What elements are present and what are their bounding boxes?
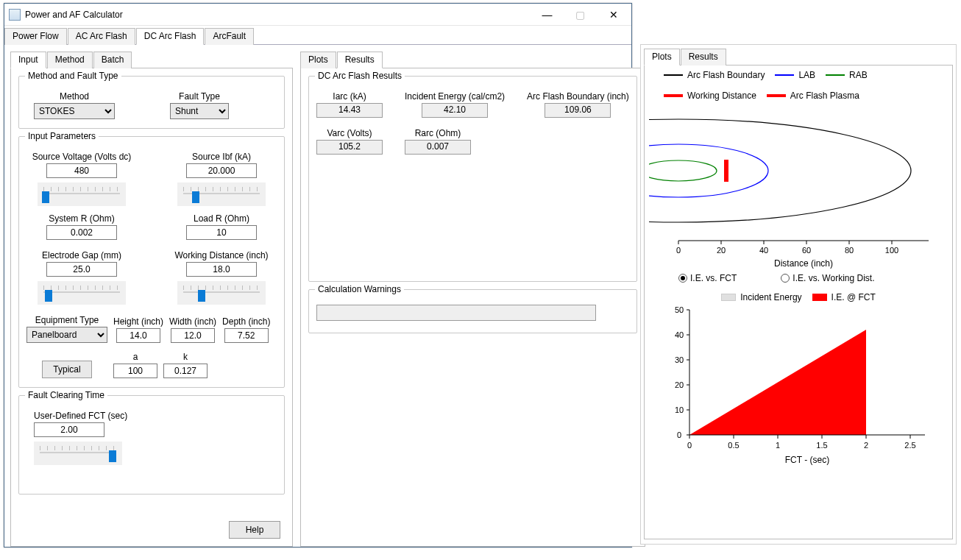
typical-button[interactable]: Typical (42, 361, 91, 378)
src-volt-label: Source Voltage (Volts dc) (32, 152, 132, 162)
depth-input[interactable] (224, 328, 269, 343)
svg-text:0: 0 (676, 246, 681, 255)
svg-rect-3 (724, 160, 728, 182)
leg-wd: Working Distance (687, 91, 756, 101)
right-subtabs: Plots Results (300, 51, 645, 68)
tab-ac-arc-flash[interactable]: AC Arc Flash (68, 28, 135, 45)
radio-ie-fct[interactable]: I.E. vs. FCT (678, 273, 737, 283)
equip-type-select[interactable]: Panelboard (26, 327, 107, 343)
plots-body: Arc Flash Boundary LAB RAB Working Dista… (644, 65, 953, 539)
src-ibf-input[interactable] (186, 163, 257, 178)
fct-input[interactable] (34, 422, 104, 437)
tab-plots-2[interactable]: Plots (644, 49, 680, 65)
svg-text:20: 20 (717, 246, 726, 255)
wd-slider[interactable] (177, 281, 266, 305)
leg-rab: RAB (849, 70, 868, 80)
area-legend: Incident Energy I.E. @ FCT (649, 292, 948, 302)
app-icon (9, 9, 21, 21)
titlebar: Power and AF Calculator — ▢ ✕ (4, 4, 631, 26)
equip-type-label: Equipment Type (35, 315, 99, 325)
method-label: Method (60, 91, 89, 102)
svg-text:40: 40 (675, 330, 684, 339)
group-input-legend: Input Parameters (25, 131, 99, 141)
gap-label: Electrode Gap (mm) (42, 250, 121, 260)
results-legend: DC Arc Flash Results (315, 71, 405, 81)
method-select[interactable]: STOKES (34, 103, 115, 119)
ellipse-legend: Arc Flash Boundary LAB RAB Working Dista… (664, 70, 948, 101)
input-panel: Method and Fault Type Method STOKES Faul… (10, 68, 293, 547)
group-fct: Fault Clearing Time User-Defined FCT (se… (18, 395, 285, 495)
load-r-input[interactable] (186, 225, 257, 240)
ie-value: 42.10 (422, 103, 488, 118)
a-label: a (133, 352, 138, 362)
depth-label: Depth (inch) (222, 316, 270, 327)
gap-slider[interactable] (38, 281, 126, 305)
svg-text:60: 60 (802, 246, 811, 255)
gap-input[interactable] (46, 262, 117, 277)
svg-text:20: 20 (675, 380, 684, 389)
sys-r-input[interactable] (46, 225, 117, 240)
tab-dc-arc-flash[interactable]: DC Arc Flash (136, 28, 205, 45)
svg-point-2 (649, 160, 717, 181)
help-button[interactable]: Help (229, 521, 280, 539)
tab-results-2[interactable]: Results (681, 49, 726, 65)
src-volt-input[interactable] (46, 163, 117, 178)
load-r-label: Load R (Ohm) (194, 213, 249, 224)
svg-marker-17 (689, 330, 866, 435)
group-fct-legend: Fault Clearing Time (25, 390, 107, 400)
tab-results[interactable]: Results (337, 52, 383, 68)
leg-afp: Arc Flash Plasma (790, 91, 859, 101)
varc-label: Varc (Volts) (327, 128, 372, 138)
leg2-fct: I.E. @ FCT (831, 292, 876, 302)
fct-label: User-Defined FCT (sec) (34, 411, 127, 421)
svg-text:0: 0 (687, 441, 692, 450)
svg-text:40: 40 (759, 246, 768, 255)
tab-plots[interactable]: Plots (300, 52, 336, 68)
area-plot: 0 10 20 30 40 50 0 0.5 1 1.5 2 2.5 (649, 302, 951, 472)
iarc-value: 14.43 (316, 103, 383, 118)
main-tabstrip: Power Flow AC Arc Flash DC Arc Flash Arc… (4, 27, 631, 45)
k-label: k (183, 352, 188, 362)
tab-batch[interactable]: Batch (93, 52, 132, 68)
sys-r-label: System R (Ohm) (49, 213, 114, 224)
leg2-ie: Incident Energy (740, 292, 801, 302)
afb-label: Arc Flash Boundary (inch) (527, 91, 629, 102)
a-input[interactable] (113, 364, 157, 378)
height-label: Height (inch) (113, 316, 163, 327)
svg-text:50: 50 (675, 305, 684, 314)
tab-method[interactable]: Method (47, 52, 93, 68)
radio-ie-wd[interactable]: I.E. vs. Working Dist. (781, 273, 874, 283)
group-warnings: Calculation Warnings (308, 289, 637, 333)
tab-arcfault[interactable]: ArcFault (205, 28, 254, 45)
minimize-button[interactable]: — (531, 4, 564, 25)
src-ibf-slider[interactable] (177, 182, 266, 206)
k-input[interactable] (163, 364, 208, 378)
app-window: Power and AF Calculator — ▢ ✕ Power Flow… (4, 3, 632, 547)
warn-legend: Calculation Warnings (315, 284, 404, 294)
group-method-fault: Method and Fault Type Method STOKES Faul… (18, 76, 285, 129)
fault-type-select[interactable]: Shunt (170, 103, 229, 119)
afb-value: 109.06 (545, 103, 611, 118)
varc-value: 105.2 (316, 140, 383, 155)
width-input[interactable] (171, 328, 215, 343)
ie-label: Incident Energy (cal/cm2) (405, 91, 505, 102)
src-ibf-label: Source Ibf (kA) (192, 152, 251, 162)
svg-text:2.5: 2.5 (904, 441, 915, 450)
rarc-value: 0.007 (405, 140, 471, 155)
window-title: Power and AF Calculator (25, 10, 531, 20)
wd-input[interactable] (186, 262, 257, 277)
close-button[interactable]: ✕ (597, 4, 630, 25)
svg-text:0.5: 0.5 (728, 441, 739, 450)
tab-power-flow[interactable]: Power Flow (4, 28, 67, 45)
tab-input[interactable]: Input (10, 52, 46, 68)
svg-text:30: 30 (675, 355, 684, 364)
src-volt-slider[interactable] (38, 182, 126, 206)
fct-slider[interactable] (34, 442, 122, 465)
svg-text:100: 100 (885, 246, 898, 255)
ellipse-plot: 0 20 40 60 80 100 Distance (inch) (649, 101, 951, 270)
height-input[interactable] (116, 328, 160, 343)
svg-text:1.5: 1.5 (816, 441, 827, 450)
maximize-button[interactable]: ▢ (564, 4, 597, 25)
results-panel: DC Arc Flash Results Iarc (kA) 14.43 Inc… (300, 68, 645, 547)
group-method-legend: Method and Fault Type (25, 71, 121, 81)
